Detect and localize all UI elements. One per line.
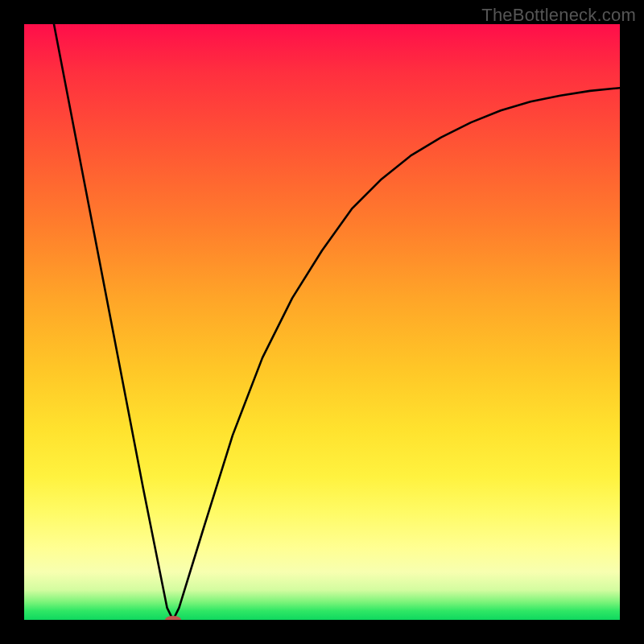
bottleneck-curve [54, 24, 620, 620]
plot-area [24, 24, 620, 620]
optimal-point-marker [165, 616, 181, 620]
watermark-text: TheBottleneck.com [481, 5, 636, 26]
curve-layer [24, 24, 620, 620]
chart-frame: TheBottleneck.com [0, 0, 644, 644]
